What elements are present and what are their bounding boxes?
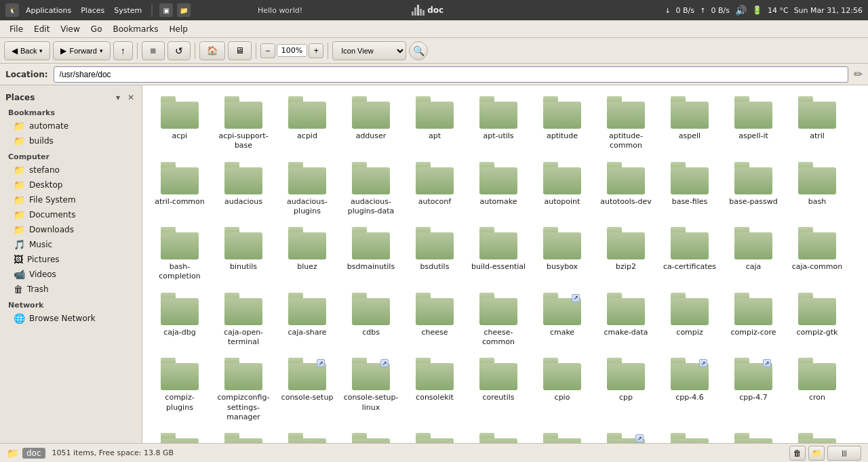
list-item[interactable]: autotools-dev: [595, 158, 656, 221]
search-button[interactable]: 🔍: [409, 41, 428, 60]
sidebar-item-downloads[interactable]: 📁 Downloads: [3, 222, 139, 237]
list-item[interactable]: dbus: [213, 429, 274, 443]
list-item[interactable]: dconf-tools: [468, 429, 529, 443]
trash-status-button[interactable]: 🗑: [789, 446, 806, 461]
folder-status-button[interactable]: 📁: [808, 446, 825, 461]
file-area[interactable]: acpiacpi-support-baseacpidadduseraptapt-…: [142, 85, 868, 443]
list-item[interactable]: ↗cpp-4.7: [723, 354, 784, 426]
home-button[interactable]: 🏠: [199, 41, 225, 60]
sidebar-item-stefano[interactable]: 📁 stefano: [3, 163, 139, 177]
list-item[interactable]: compiz: [659, 289, 720, 352]
list-item[interactable]: cpp: [595, 354, 656, 426]
list-item[interactable]: caja-common: [787, 223, 848, 286]
list-item[interactable]: aptitude: [532, 92, 593, 155]
list-item[interactable]: dash: [149, 429, 210, 443]
list-item[interactable]: aspell: [659, 92, 720, 155]
applications-menu[interactable]: Applications: [23, 6, 74, 15]
sidebar-toggle-button[interactable]: ▾: [113, 92, 123, 103]
location-input[interactable]: [54, 66, 848, 83]
list-item[interactable]: cpio: [532, 354, 593, 426]
list-item[interactable]: aspell-it: [723, 92, 784, 155]
list-item[interactable]: automake: [468, 158, 529, 221]
view-list-button[interactable]: |||: [827, 446, 861, 461]
list-item[interactable]: bash: [787, 158, 848, 221]
list-item[interactable]: dbus-x11: [277, 429, 338, 443]
sidebar-item-pictures[interactable]: 🖼 Pictures: [3, 252, 139, 267]
list-item[interactable]: coreutils: [468, 354, 529, 426]
menu-go[interactable]: Go: [85, 22, 108, 36]
list-item[interactable]: autoconf: [404, 158, 465, 221]
list-item[interactable]: debian-: [723, 429, 784, 443]
list-item[interactable]: busybox: [532, 223, 593, 286]
list-item[interactable]: adduser: [340, 92, 401, 155]
list-item[interactable]: bzip2: [595, 223, 656, 286]
list-item[interactable]: audacious: [213, 158, 274, 221]
list-item[interactable]: bsdmainutils: [340, 223, 401, 286]
list-item[interactable]: caja-open-terminal: [213, 289, 274, 352]
list-item[interactable]: cmake-data: [595, 289, 656, 352]
sidebar-item-browse-network[interactable]: 🌐 Browse Network: [3, 311, 139, 326]
menu-view[interactable]: View: [55, 22, 85, 36]
view-mode-select[interactable]: Icon View List View Compact View: [332, 41, 406, 60]
location-edit-button[interactable]: ✏: [854, 68, 863, 81]
list-item[interactable]: apt: [404, 92, 465, 155]
list-item[interactable]: ↗debconf-: [595, 429, 656, 443]
list-item[interactable]: consolekit: [404, 354, 465, 426]
list-item[interactable]: binutils: [213, 223, 274, 286]
list-item[interactable]: caja: [723, 223, 784, 286]
sidebar-close-button[interactable]: ✕: [125, 92, 136, 103]
sidebar-item-trash[interactable]: 🗑 Trash: [3, 282, 139, 297]
list-item[interactable]: dconf-: [340, 429, 401, 443]
menu-help[interactable]: Help: [164, 22, 193, 36]
list-item[interactable]: cheese: [404, 289, 465, 352]
list-item[interactable]: autopoint: [532, 158, 593, 221]
list-item[interactable]: build-essential: [468, 223, 529, 286]
terminal-icon[interactable]: ▣: [159, 3, 173, 17]
sidebar-item-automate[interactable]: 📁 automate: [3, 119, 139, 133]
menu-edit[interactable]: Edit: [28, 22, 55, 36]
menu-file[interactable]: File: [4, 22, 28, 36]
stop-button[interactable]: ⏹: [142, 41, 165, 60]
list-item[interactable]: caja-share: [277, 289, 338, 352]
volume-icon[interactable]: 🔊: [735, 5, 747, 16]
list-item[interactable]: audacious-plugins-data: [340, 158, 401, 221]
list-item[interactable]: ca-certificates: [659, 223, 720, 286]
list-item[interactable]: atril-common: [149, 158, 210, 221]
list-item[interactable]: base-passwd: [723, 158, 784, 221]
list-item[interactable]: ↗cmake: [532, 289, 593, 352]
sidebar-item-documents[interactable]: 📁 Documents: [3, 207, 139, 222]
computer-button[interactable]: 🖥: [228, 41, 252, 60]
list-item[interactable]: caja-dbg: [149, 289, 210, 352]
forward-button[interactable]: ▶ Forward ▾: [53, 41, 110, 60]
sidebar-item-filesystem[interactable]: 📁 File System: [3, 192, 139, 207]
list-item[interactable]: atril: [787, 92, 848, 155]
system-menu[interactable]: System: [111, 6, 144, 15]
list-item[interactable]: acpid: [277, 92, 338, 155]
zoom-in-button[interactable]: +: [309, 43, 323, 58]
list-item[interactable]: compiz-gtk: [787, 289, 848, 352]
files-icon[interactable]: 📁: [177, 3, 191, 17]
sidebar-item-builds[interactable]: 📁 builds: [3, 133, 139, 148]
list-item[interactable]: debhelper: [659, 429, 720, 443]
list-item[interactable]: cheese-common: [468, 289, 529, 352]
list-item[interactable]: bluez: [277, 223, 338, 286]
up-button[interactable]: ↑: [113, 41, 133, 60]
list-item[interactable]: ↗cpp-4.6: [659, 354, 720, 426]
reload-button[interactable]: ↺: [167, 41, 191, 60]
list-item[interactable]: bsdutils: [404, 223, 465, 286]
sidebar-item-desktop[interactable]: 📁 Desktop: [3, 177, 139, 192]
list-item[interactable]: cron: [787, 354, 848, 426]
zoom-out-button[interactable]: −: [260, 43, 275, 58]
list-item[interactable]: bash-completion: [149, 223, 210, 286]
list-item[interactable]: compiz-plugins: [149, 354, 210, 426]
menu-bookmarks[interactable]: Bookmarks: [107, 22, 163, 36]
list-item[interactable]: compizconfig-settings-manager: [213, 354, 274, 426]
list-item[interactable]: base-files: [659, 158, 720, 221]
list-item[interactable]: debconf: [532, 429, 593, 443]
list-item[interactable]: audacious-plugins: [277, 158, 338, 221]
list-item[interactable]: debian-: [787, 429, 848, 443]
list-item[interactable]: aptitude-common: [595, 92, 656, 155]
back-button[interactable]: ◀ Back ▾: [4, 41, 50, 60]
sidebar-item-music[interactable]: 🎵 Music: [3, 237, 139, 252]
list-item[interactable]: dconf-: [404, 429, 465, 443]
